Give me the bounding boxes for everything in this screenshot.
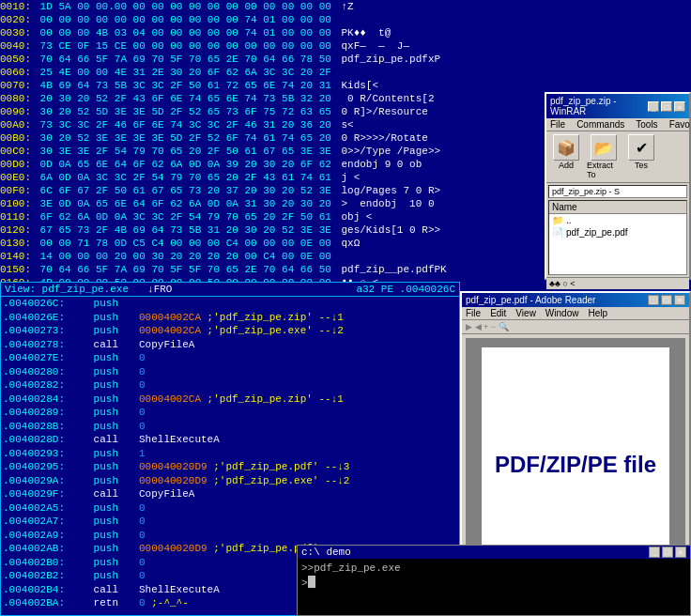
disasm-comment: ;'pdf_zip_pe.zip' --↓1 bbox=[201, 311, 344, 325]
disasm-addr: .004002A7: bbox=[3, 515, 87, 529]
winrar-status: ♣♣ ○ < bbox=[549, 279, 576, 288]
hex-addr: 0030: bbox=[0, 26, 34, 39]
disasm-operand: 1 bbox=[139, 447, 146, 461]
disasm-line: .004002A5: push 0 bbox=[1, 501, 459, 516]
hex-line: 00E0: 6A 0D 0A 3C 3C 2F 54 79 70 65 20 2… bbox=[0, 171, 460, 184]
winrar-minimize-button[interactable]: _ bbox=[648, 101, 659, 112]
disasm-line: .00400282: push 0 bbox=[1, 378, 459, 393]
disasm-addr: .0040028D: bbox=[3, 433, 87, 447]
cmd-cursor bbox=[308, 576, 315, 588]
hex-ascii: endobj 9 0 ob bbox=[335, 158, 422, 171]
winrar-commands-menu[interactable]: Commands bbox=[575, 119, 626, 130]
hex-line: 0140: 14 00 00 00 20 00 30 20 20 20 20 0… bbox=[0, 250, 460, 263]
disasm-mnem: push bbox=[87, 515, 139, 529]
hex-ascii: 0 R]>/Resource bbox=[335, 105, 428, 118]
disasm-addr: .00400295: bbox=[3, 460, 87, 474]
hex-ascii: qxF— — J— bbox=[335, 39, 409, 53]
disasm-addr: .00400280: bbox=[3, 365, 87, 379]
hex-addr: 0150: bbox=[0, 263, 34, 276]
hex-line: 00F0: 6C 6F 67 2F 50 61 67 65 73 20 37 2… bbox=[0, 184, 460, 197]
cmd-minimize-button[interactable]: _ bbox=[649, 547, 660, 558]
adobe-help-menu[interactable]: Help bbox=[588, 308, 607, 318]
disasm-subtitle: ↓FRO bbox=[147, 284, 172, 295]
disasm-mnem: push bbox=[87, 351, 139, 365]
disasm-mnem: call bbox=[87, 487, 139, 501]
hex-addr: 0110: bbox=[0, 210, 34, 223]
winrar-add-button[interactable]: 📦 Add bbox=[549, 134, 583, 179]
cmd-title-bar: c:\ demo _ □ × bbox=[298, 546, 690, 559]
hex-ascii: j < bbox=[335, 171, 360, 184]
hex-addr: 0040: bbox=[0, 39, 34, 53]
disasm-mnem: call bbox=[87, 583, 139, 597]
disasm-mnem: push bbox=[87, 393, 139, 407]
winrar-add-icon: 📦 bbox=[553, 134, 579, 161]
adobe-file-menu[interactable]: File bbox=[466, 308, 481, 318]
adobe-menu-bar: File Edit View Window Help bbox=[462, 307, 689, 320]
winrar-tools-menu[interactable]: Tools bbox=[634, 119, 659, 130]
cmd-line-1: > >pdf_zip_pe.exe bbox=[301, 561, 686, 576]
adobe-window-menu[interactable]: Window bbox=[545, 308, 579, 318]
adobe-edit-menu[interactable]: Edit bbox=[490, 308, 506, 318]
hex-ascii: obj < bbox=[335, 210, 373, 223]
disasm-mnem: push bbox=[87, 542, 139, 556]
disasm-operand: ShellExecuteA bbox=[139, 583, 220, 597]
winrar-title: pdf_zip_pe.zip - WinRAR bbox=[550, 96, 648, 116]
adobe-minimize-button[interactable]: _ bbox=[648, 295, 659, 305]
cmd-maximize-button[interactable]: □ bbox=[662, 547, 673, 558]
winrar-extract-icon: 📂 bbox=[591, 134, 617, 161]
hex-ascii: 0>>/Type /Page>> bbox=[335, 145, 440, 158]
winrar-close-button[interactable]: × bbox=[674, 101, 685, 112]
disasm-addr: .0040027E: bbox=[3, 351, 87, 365]
adobe-close-button[interactable]: × bbox=[674, 295, 685, 305]
hex-line: 0030: 00 00 00 4B 03 04 00 00 00 00 00 7… bbox=[0, 26, 460, 39]
hex-view-panel: 0010: 1D 5A 00 00.00 00 00 00 00 00 00 0… bbox=[0, 0, 460, 282]
winrar-file-parent[interactable]: 📁 .. bbox=[549, 214, 686, 226]
hex-bytes: 6C 6F 67 2F 50 61 67 65 73 20 37 20 30 2… bbox=[34, 184, 331, 197]
hex-bytes: 20 30 20 52 2F 43 6F 6E 74 65 6E 74 73 5… bbox=[34, 92, 331, 105]
disasm-comment: --↓4 bbox=[194, 610, 225, 613]
disasm-addr: .004002A9: bbox=[3, 529, 87, 543]
disasm-line: .00400284: push 00004002CA ;'pdf_zip_pe.… bbox=[1, 393, 459, 407]
hex-addr: 0060: bbox=[0, 66, 34, 79]
disasm-title: View: pdf_zip_pe.exe bbox=[5, 284, 129, 295]
winrar-test-icon: ✔ bbox=[628, 134, 654, 161]
disasm-line: .0040026C: push bbox=[1, 297, 459, 311]
disasm-operand: 000040020D9 bbox=[139, 542, 207, 556]
disasm-mnem: push bbox=[87, 529, 139, 543]
hex-addr: 00F0: bbox=[0, 184, 34, 197]
disasm-addr: .004002BA: bbox=[3, 596, 87, 610]
winrar-maximize-button[interactable]: □ bbox=[661, 101, 672, 112]
adobe-view-menu[interactable]: View bbox=[515, 308, 536, 318]
hex-bytes: 1D 5A 00 00.00 00 00 00 00 00 00 00 00 0… bbox=[34, 0, 331, 13]
cmd-close-button[interactable]: × bbox=[675, 547, 686, 558]
disasm-operand: 00004002CA bbox=[139, 311, 201, 325]
cmd-line-2: > bbox=[301, 576, 686, 591]
disasm-addr: .004002A5: bbox=[3, 501, 87, 516]
disasm-mnem: push bbox=[87, 569, 139, 583]
disasm-operand: 000040020D9 bbox=[139, 474, 207, 488]
hex-line: 0040: 73 CE 0F 15 CE 00 00 00 00 00 00 0… bbox=[0, 39, 460, 53]
hex-addr: 0080: bbox=[0, 92, 34, 105]
disasm-addr: .0040029F: bbox=[3, 487, 87, 501]
disasm-mnem: retn bbox=[87, 596, 139, 610]
hex-bytes: 6A 0D 0A 3C 3C 2F 54 79 70 65 20 2F 43 6… bbox=[34, 171, 331, 184]
hex-bytes: 70 64 66 5F 7A 69 70 5F 70 65 2E 70 64 6… bbox=[34, 53, 331, 66]
disasm-mnem: push bbox=[87, 406, 139, 420]
disasm-line: .00400293: push 1 bbox=[1, 447, 459, 461]
winrar-favo-menu[interactable]: Favo bbox=[668, 119, 691, 130]
winrar-file-header: Name bbox=[549, 201, 686, 214]
hex-line: 00C0: 30 3E 3E 2F 54 79 70 65 20 2F 50 6… bbox=[0, 145, 460, 158]
winrar-file-pdf[interactable]: 📄 pdf_zip_pe.pdf bbox=[549, 226, 686, 239]
winrar-extract-button[interactable]: 📂 Extract To bbox=[587, 134, 621, 179]
disasm-addr: .004002BC: bbox=[3, 610, 87, 613]
adobe-maximize-button[interactable]: □ bbox=[661, 295, 672, 305]
disasm-operand: 00004002CA bbox=[139, 324, 201, 338]
disasm-line: .0040026E: push 00004002CA ;'pdf_zip_pe.… bbox=[1, 311, 459, 325]
hex-line: 0150: 70 64 66 5F 7A 69 70 5F 5F 70 65 2… bbox=[0, 263, 460, 276]
hex-ascii: 0 R/Contents[2 bbox=[335, 92, 440, 105]
hex-line: 00A0: 73 3C 3C 2F 46 6F 6E 74 3C 3C 2F 4… bbox=[0, 118, 460, 131]
winrar-test-button[interactable]: ✔ Tes bbox=[624, 134, 658, 179]
hex-bytes: 4B 69 64 73 5B 3C 3C 2F 50 61 72 65 6E 7… bbox=[34, 79, 331, 92]
winrar-file-menu[interactable]: File bbox=[548, 119, 567, 130]
disasm-addr: .0040026E: bbox=[3, 311, 87, 325]
